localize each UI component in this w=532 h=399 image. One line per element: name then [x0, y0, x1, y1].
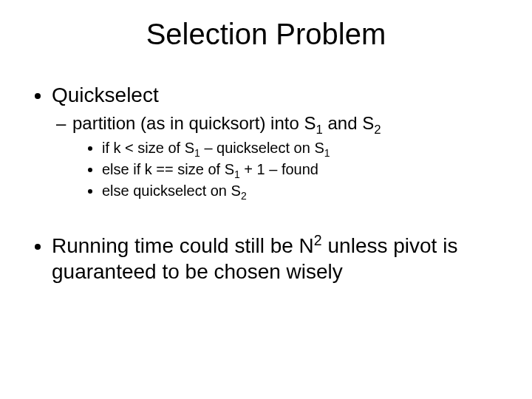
- bullet-quickselect-label: Quickselect: [52, 83, 159, 106]
- subscript-1: 1: [194, 147, 200, 159]
- bullet-quickselect: Quickselect partition (as in quicksort) …: [52, 82, 510, 200]
- subscript-1: 1: [234, 168, 240, 180]
- slide: Selection Problem Quickselect partition …: [0, 0, 532, 399]
- text-case-eq-b: + 1 – found: [240, 161, 318, 177]
- subscript-1: 1: [316, 123, 322, 137]
- subscript-2: 2: [241, 190, 247, 202]
- bullet-list-level1-b: Running time could still be N2 unless pi…: [22, 233, 510, 284]
- spacer: [22, 208, 510, 233]
- bullet-running-time: Running time could still be N2 unless pi…: [52, 233, 510, 284]
- text-case-eq-a: else if k == size of S: [102, 161, 234, 177]
- text-partition-b: and S: [323, 113, 374, 133]
- superscript-2: 2: [314, 232, 322, 248]
- bullet-list-level1: Quickselect partition (as in quicksort) …: [22, 82, 510, 200]
- text-running-time-a: Running time could still be N: [52, 234, 314, 257]
- bullet-list-level2: partition (as in quicksort) into S1 and …: [52, 112, 510, 200]
- slide-title: Selection Problem: [22, 18, 510, 51]
- subscript-1: 1: [324, 147, 330, 159]
- text-case-lt-a: if k < size of S: [102, 140, 194, 156]
- text-case-else-a: else quickselect on S: [102, 183, 241, 199]
- text-case-lt-b: – quickselect on S: [200, 140, 324, 156]
- subscript-2: 2: [374, 123, 381, 137]
- bullet-case-else: else quickselect on S2: [102, 182, 510, 200]
- bullet-partition: partition (as in quicksort) into S1 and …: [72, 112, 510, 200]
- text-partition-a: partition (as in quicksort) into S: [72, 113, 316, 133]
- bullet-list-level3: if k < size of S1 – quickselect on S1 el…: [72, 139, 510, 200]
- bullet-case-lt: if k < size of S1 – quickselect on S1: [102, 139, 510, 157]
- bullet-case-eq: else if k == size of S1 + 1 – found: [102, 160, 510, 179]
